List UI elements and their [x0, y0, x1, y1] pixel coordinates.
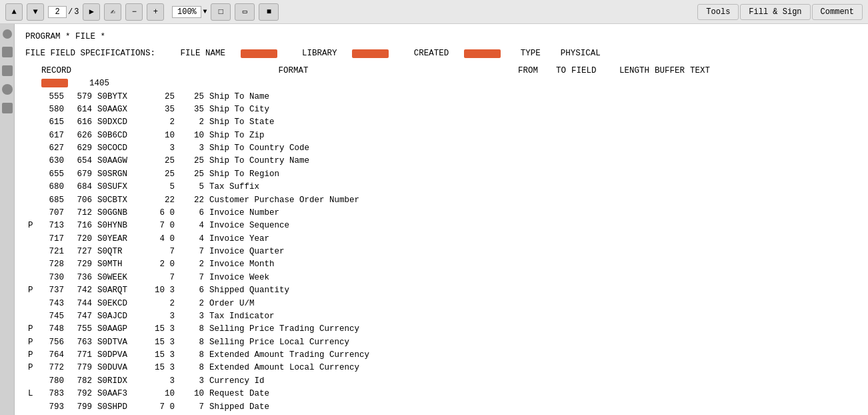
table-row: 580 614 S0AAGX 35 35 Ship To City [25, 103, 857, 116]
row-field: S0YEAR [95, 233, 143, 246]
row-to: 729 [67, 258, 95, 271]
row-p [25, 116, 39, 129]
row-text: Tax Indicator [207, 310, 857, 323]
row-length: 10 [143, 129, 177, 142]
row-from: 713 [39, 220, 67, 232]
row-p [25, 142, 39, 155]
row-p [25, 401, 39, 414]
row-p [25, 298, 39, 310]
row-buffer: 3 [177, 375, 207, 388]
header-col-format: FORMAT [276, 65, 513, 77]
row-text: Order U/M [207, 298, 857, 310]
from-label: FROM [518, 66, 538, 75]
row-length: 2 [143, 116, 177, 129]
table-row: 630 654 S0AAGW 25 25 Ship To Country Nam… [25, 155, 857, 167]
table-row: 743 744 S0EKCD 2 2 Order U/M [25, 298, 857, 310]
sidebar-icon-1[interactable] [3, 29, 12, 39]
row-field: S0AAGP [95, 323, 143, 336]
row-length: 3 [143, 142, 177, 155]
row-text: Ship To Name [207, 91, 857, 103]
row-from: 717 [39, 233, 67, 246]
sidebar-icon-5[interactable] [2, 103, 13, 113]
fit-width-button[interactable]: ▭ [235, 3, 255, 21]
row-length: 25 [143, 155, 177, 167]
row-from: 655 [39, 168, 67, 181]
select-tool-button[interactable]: ▶ [83, 3, 100, 21]
row-to: 755 [67, 323, 95, 336]
row-length: 15 3 [143, 362, 177, 374]
table-row: 780 782 S0RIDX 3 3 Currency Id [25, 375, 857, 388]
table-row: 627 629 S0COCD 3 3 Ship To Country Code [25, 142, 857, 155]
header-col-to: TO [541, 65, 569, 77]
row-buffer: 8 [177, 323, 207, 336]
row-buffer: 2 [177, 116, 207, 129]
row-from: 617 [39, 129, 67, 142]
nav-up-button[interactable]: ▲ [5, 3, 23, 21]
col-header-row: RECORD FORMAT FROM TO FIELD [25, 65, 857, 77]
row-to: 654 [67, 155, 95, 167]
format-redacted-cell [39, 77, 79, 90]
row-buffer: 8 [177, 349, 207, 362]
row-length: 35 [143, 103, 177, 116]
row-text: Currency Id [207, 375, 857, 388]
zoom-in-button[interactable]: + [147, 3, 164, 21]
row-text: Extended Amount Trading Currency [207, 349, 857, 362]
row-text: Invoice Month [207, 258, 857, 271]
row-buffer: 7 [177, 401, 207, 414]
row-from: 555 [39, 91, 67, 103]
table-row: 728 729 S0MTH 2 0 2 Invoice Month [25, 258, 857, 271]
row-from: 615 [39, 116, 67, 129]
format-row-table: 1405 [25, 77, 857, 90]
row-buffer: 7 [177, 246, 207, 258]
comment-button[interactable]: Comment [812, 4, 863, 20]
row-text: Extended Amount Local Currency [207, 362, 857, 374]
fit-page-button[interactable]: □ [211, 3, 231, 21]
zoom-out-button[interactable]: − [125, 3, 143, 21]
main-layout: PROGRAM * FILE * FILE FIELD SPECIFICATIO… [0, 24, 868, 415]
sidebar-icon-2[interactable] [2, 47, 13, 57]
row-to: 712 [67, 207, 95, 220]
row-to: 771 [67, 349, 95, 362]
hand-tool-button[interactable]: ✍ [104, 3, 121, 21]
row-buffer: 7 [177, 272, 207, 284]
row-text: Invoice Quarter [207, 246, 857, 258]
created-label: CREATED [414, 49, 449, 58]
row-p [25, 91, 39, 103]
table-row: 680 684 S0SUFX 5 5 Tax Suffix [25, 181, 857, 193]
zoom-input[interactable]: 100% [172, 6, 201, 18]
row-from: 627 [39, 142, 67, 155]
row-p [25, 103, 39, 116]
fill-sign-button[interactable]: Fill & Sign [740, 4, 810, 20]
row-buffer: 22 [177, 194, 207, 207]
file-field-spec-label: FILE FIELD SPECIFICATIONS: [25, 49, 155, 58]
row-length: 15 3 [143, 336, 177, 349]
row-text: Invoice Number [207, 207, 857, 220]
sidebar-icon-4[interactable] [2, 84, 13, 95]
left-sidebar [0, 24, 15, 415]
row-p [25, 375, 39, 388]
row-field: S0DTVA [95, 336, 143, 349]
page-current-input[interactable]: 2 [48, 6, 67, 18]
row-to: 626 [67, 129, 95, 142]
table-row: 730 736 S0WEEK 7 7 Invoice Week [25, 272, 857, 284]
row-buffer: 10 [177, 129, 207, 142]
zoom-dropdown-icon[interactable]: ▼ [203, 8, 207, 15]
row-from: 680 [39, 181, 67, 193]
row-buffer: 3 [177, 142, 207, 155]
nav-down-button[interactable]: ▼ [27, 3, 44, 21]
sidebar-icon-3[interactable] [2, 65, 13, 76]
row-field: S0RIDX [95, 375, 143, 388]
record-label: RECORD [41, 66, 71, 75]
select-all-button[interactable]: ■ [259, 3, 279, 21]
tools-button[interactable]: Tools [697, 4, 739, 20]
row-text: Ship To State [207, 116, 857, 129]
field-label: FIELD [571, 66, 597, 75]
row-buffer: 8 [177, 362, 207, 374]
to-label: TO [556, 66, 566, 75]
row-from: 630 [39, 155, 67, 167]
row-length: 22 [143, 194, 177, 207]
row-from: 748 [39, 323, 67, 336]
row-buffer: 6 [177, 284, 207, 297]
table-row: P 748 755 S0AAGP 15 3 8 Selling Price Tr… [25, 323, 857, 336]
row-from: 772 [39, 362, 67, 374]
